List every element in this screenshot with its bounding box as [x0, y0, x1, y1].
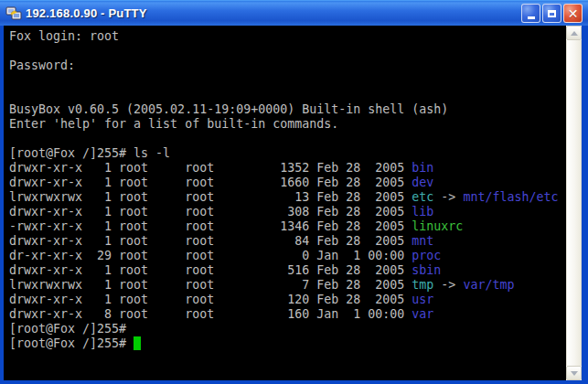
terminal-line: drwxr-xr-x 1 root root 120 Feb 28 2005 u…	[9, 293, 566, 307]
terminal-text-segment: lrwxrwxrwx 1 root root 13 Feb 28 2005	[9, 190, 412, 204]
putty-icon	[5, 5, 22, 22]
scrollbar-up-button[interactable]	[566, 26, 582, 40]
terminal-line	[9, 132, 566, 146]
close-button[interactable]: ✕	[563, 4, 583, 23]
title-bar[interactable]: 192.168.0.90 - PuTTY ✕	[0, 0, 588, 26]
terminal-line: dr-xr-xr-x 29 root root 0 Jan 1 00:00 pr…	[9, 249, 566, 263]
terminal-line	[9, 88, 566, 102]
terminal-text-segment: lrwxrwxrwx 1 root root 7 Feb 28 2005	[9, 278, 412, 292]
terminal-line	[9, 73, 566, 88]
arrow-up-icon	[571, 31, 578, 36]
scrollbar[interactable]	[566, 26, 582, 380]
terminal-text-segment: tmp	[412, 278, 433, 292]
terminal-text-segment: drwxr-xr-x 1 root root 1352 Feb 28 2005	[9, 161, 412, 175]
maximize-button[interactable]	[542, 4, 561, 23]
terminal-text-segment: [root@Fox /]255# ls -l	[9, 146, 170, 160]
terminal-line: [root@Fox /]255#	[9, 336, 566, 351]
close-icon: ✕	[568, 7, 579, 20]
terminal-text-segment: Fox login: root	[9, 29, 119, 43]
terminal-line: Password:	[9, 59, 566, 73]
terminal-line: drwxr-xr-x 1 root root 516 Feb 28 2005 s…	[9, 263, 566, 278]
terminal-line	[9, 44, 566, 59]
terminal-text-segment: ->	[433, 190, 463, 204]
terminal-text-segment: drwxr-xr-x 1 root root 308 Feb 28 2005	[9, 205, 412, 219]
terminal-line: drwxr-xr-x 1 root root 1660 Feb 28 2005 …	[9, 176, 566, 190]
terminal-cursor	[134, 336, 141, 350]
terminal-text-segment: usr	[412, 293, 433, 306]
client-area: Fox login: rootPassword:BusyBox v0.60.5 …	[4, 26, 582, 380]
terminal-text-segment: Password:	[9, 59, 75, 72]
terminal-text-segment: [root@Fox /]255#	[9, 322, 126, 336]
terminal-text-segment: bin	[412, 161, 433, 175]
terminal-text-segment: drwxr-xr-x 1 root root 120 Feb 28 2005	[9, 293, 412, 306]
putty-window: 192.168.0.90 - PuTTY ✕ Fox login: rootPa…	[0, 0, 588, 384]
terminal-text-segment: [root@Fox /]255#	[9, 336, 134, 350]
terminal-text-segment: linuxrc	[412, 219, 463, 233]
terminal-line: Enter 'help' for a list of built-in comm…	[9, 117, 566, 132]
arrow-down-icon	[571, 371, 578, 376]
terminal-line: drwxr-xr-x 1 root root 84 Feb 28 2005 mn…	[9, 234, 566, 249]
terminal-text-segment: drwxr-xr-x 1 root root 84 Feb 28 2005	[9, 234, 412, 248]
terminal-line: [root@Fox /]255# ls -l	[9, 146, 566, 161]
minimize-button[interactable]	[521, 4, 540, 23]
terminal-line: lrwxrwxrwx 1 root root 7 Feb 28 2005 tmp…	[9, 278, 566, 293]
maximize-icon	[548, 10, 556, 17]
terminal-text-segment: drwxr-xr-x 8 root root 160 Jan 1 00:00	[9, 307, 412, 321]
terminal-text-segment: ->	[433, 278, 463, 292]
terminal-text-segment: sbin	[412, 263, 441, 277]
terminal-text-segment: proc	[412, 249, 441, 262]
terminal-text-segment: etc	[412, 190, 433, 204]
terminal-text-segment: var/tmp	[463, 278, 514, 292]
terminal-line: drwxr-xr-x 1 root root 308 Feb 28 2005 l…	[9, 205, 566, 219]
terminal-line: drwxr-xr-x 8 root root 160 Jan 1 00:00 v…	[9, 307, 566, 322]
terminal-line: [root@Fox /]255#	[9, 322, 566, 336]
terminal-text-segment: var	[412, 307, 433, 321]
window-controls: ✕	[521, 4, 583, 23]
terminal-line: BusyBox v0.60.5 (2005.02.11-19:09+0000) …	[9, 102, 566, 117]
window-title: 192.168.0.90 - PuTTY	[26, 6, 521, 20]
terminal-text-segment: dev	[412, 176, 433, 189]
terminal-line: lrwxrwxrwx 1 root root 13 Feb 28 2005 et…	[9, 190, 566, 205]
terminal-text-segment: -rwxr-xr-x 1 root root 1346 Feb 28 2005	[9, 219, 412, 233]
minimize-icon	[528, 16, 535, 19]
terminal-screen[interactable]: Fox login: rootPassword:BusyBox v0.60.5 …	[4, 26, 566, 380]
terminal-line: Fox login: root	[9, 29, 566, 44]
terminal-text-segment: mnt/flash/etc	[463, 190, 558, 204]
terminal-text-segment: mnt	[412, 234, 433, 248]
terminal-line: -rwxr-xr-x 1 root root 1346 Feb 28 2005 …	[9, 219, 566, 234]
terminal-text-segment: Enter 'help' for a list of built-in comm…	[9, 117, 338, 131]
terminal-text-segment: dr-xr-xr-x 29 root root 0 Jan 1 00:00	[9, 249, 412, 262]
terminal-line: drwxr-xr-x 1 root root 1352 Feb 28 2005 …	[9, 161, 566, 176]
terminal-text-segment: lib	[412, 205, 433, 219]
terminal-text-segment: BusyBox v0.60.5 (2005.02.11-19:09+0000) …	[9, 102, 448, 116]
scrollbar-thumb[interactable]	[566, 40, 582, 366]
terminal-text-segment: drwxr-xr-x 1 root root 1660 Feb 28 2005	[9, 176, 412, 189]
terminal-text-segment: drwxr-xr-x 1 root root 516 Feb 28 2005	[9, 263, 412, 277]
scrollbar-down-button[interactable]	[566, 366, 582, 380]
